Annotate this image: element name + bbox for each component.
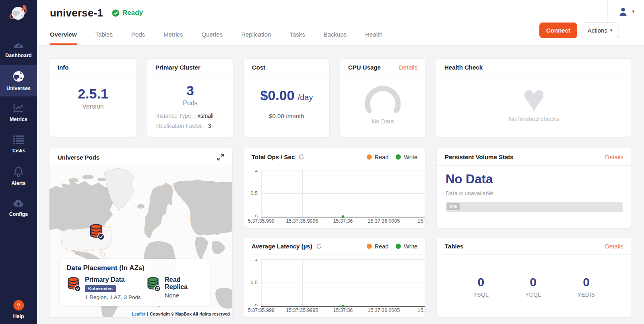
planet-rocket-logo-icon	[7, 3, 30, 23]
gauge-arc-icon	[361, 85, 405, 114]
x-tick-label: 15:37:36.0005	[368, 308, 400, 313]
heart-icon: ♥	[522, 82, 545, 115]
gridline-horizontal	[261, 170, 425, 170]
metrics-chart-icon	[13, 103, 24, 113]
cpu-usage-card: CPU Usage Details No Data	[340, 58, 426, 137]
svg-text:?: ?	[17, 302, 20, 309]
x-tick-label: 15:37:	[418, 308, 426, 313]
y-tick-label: 0.5	[251, 191, 258, 196]
tables-card: Tables Details 0 YSQL 0 YCQL 0 YEDIS	[436, 237, 632, 318]
primary-cluster-map-marker[interactable]	[89, 224, 105, 240]
tab-replication[interactable]: Replication	[241, 26, 271, 45]
read-replica-value: None	[165, 292, 203, 299]
tab-health[interactable]: Health	[365, 26, 382, 45]
chart-body: 10.50 5:37:35.99915:37:35.999515:37:3615…	[244, 256, 425, 317]
expand-icon[interactable]	[217, 154, 224, 161]
legend-dot	[367, 244, 372, 249]
tab-metrics[interactable]: Metrics	[163, 26, 183, 45]
y-tick-label: 1	[255, 170, 258, 173]
legend-label: Read	[375, 154, 389, 160]
cpu-details-link[interactable]: Details	[399, 64, 417, 71]
topbar: universe-1 Ready ▾ Overview Tables	[37, 0, 644, 46]
stat-label: YCQL	[525, 291, 541, 298]
info-card: Info 2.5.1 Version	[49, 58, 137, 137]
legend-dot	[396, 244, 401, 249]
read-replica-label: Read Replica	[165, 276, 188, 290]
sidebar-item-label: Universes	[6, 86, 31, 91]
sidebar-item-label: Tasks	[12, 148, 26, 154]
legend-item-read[interactable]: Read	[367, 243, 389, 250]
app-logo[interactable]	[0, 0, 37, 26]
user-avatar-icon	[618, 7, 628, 16]
tab-overview[interactable]: Overview	[50, 26, 77, 45]
chart-xaxis: 5:37:35.99915:37:35.999515:37:3615:37:36…	[261, 308, 425, 316]
chevron-down-icon: ▾	[610, 28, 613, 33]
data-placement-title: Data Placement (In AZs)	[66, 264, 203, 272]
chart-title: Total Ops / Sec	[252, 154, 295, 160]
card-title: CPU Usage	[348, 64, 381, 71]
gridline-horizontal	[261, 259, 425, 260]
status-badge: Ready	[112, 9, 143, 17]
refresh-icon[interactable]	[298, 154, 304, 160]
sidebar-item-help[interactable]: ? Help	[0, 300, 37, 319]
chevron-down-icon: ▾	[632, 9, 634, 14]
card-title: Cost	[252, 64, 265, 71]
tables-details-link[interactable]: Details	[605, 243, 623, 250]
tab-tasks[interactable]: Tasks	[289, 26, 305, 45]
gridline-horizontal	[261, 193, 425, 194]
tab-backups[interactable]: Backups	[324, 26, 347, 45]
pvs-details-link[interactable]: Details	[605, 154, 623, 160]
legend-label: Read	[375, 243, 389, 250]
summary-cards-row: Info 2.5.1 Version Primary Cluster 3 Pod…	[49, 58, 632, 137]
legend-item-read[interactable]: Read	[367, 154, 389, 160]
user-menu[interactable]: ▾	[607, 0, 644, 23]
sidebar-item-metrics[interactable]: Metrics	[0, 96, 37, 128]
actions-button[interactable]: Actions ▾	[581, 23, 619, 38]
sidebar-item-dashboard[interactable]: Dashboard	[0, 33, 37, 65]
legend-item-write[interactable]: Write	[396, 154, 417, 160]
y-tick-label: 1	[255, 259, 258, 262]
replica-database-icon	[146, 276, 161, 300]
pvs-progress-bar: 0%	[446, 202, 623, 212]
stat-value: 0	[478, 275, 485, 289]
legend-item-write[interactable]: Write	[396, 243, 417, 250]
refresh-icon[interactable]	[316, 243, 322, 249]
primary-database-icon	[66, 276, 81, 300]
data-point-write	[342, 305, 345, 308]
legend-dot	[396, 154, 401, 160]
chart-yaxis: 10.50	[244, 170, 259, 217]
pvs-caption: Data is unavailable	[446, 190, 623, 197]
sidebar-item-universes[interactable]: Universes	[0, 65, 37, 96]
tab-tables[interactable]: Tables	[95, 26, 113, 45]
tab-pods[interactable]: Pods	[131, 26, 145, 45]
x-tick-label: 15:37:36	[333, 308, 353, 313]
universes-globe-icon	[12, 70, 25, 82]
configs-cloud-icon	[12, 199, 25, 208]
topbar-tabs-row: Overview Tables Pods Metrics Queries Rep…	[37, 26, 644, 45]
y-tick-label: 0	[255, 303, 258, 306]
chart-title: Average Latency (µs)	[252, 243, 312, 250]
sidebar-item-alerts[interactable]: Alerts	[0, 160, 37, 192]
help-question-icon: ?	[13, 300, 24, 311]
instance-type-row: Instance Type: xsmall	[156, 113, 224, 119]
x-tick-label: 15:37:36.0005	[368, 218, 400, 224]
kubernetes-badge: Kubernetes	[85, 285, 116, 292]
health-empty-label: No finished checks	[509, 115, 559, 122]
connect-button[interactable]: Connect	[539, 23, 577, 38]
leaflet-link[interactable]: Leaflet	[132, 312, 145, 316]
tab-queries[interactable]: Queries	[202, 26, 223, 45]
card-title: Primary Cluster	[155, 64, 200, 71]
world-map[interactable]: Data Placement (In AZs)	[50, 166, 232, 317]
y-tick-label: 0.5	[251, 280, 258, 285]
sidebar-item-tasks[interactable]: Tasks	[0, 128, 37, 160]
pvs-progress-label: 0%	[447, 203, 460, 210]
tasks-list-icon	[13, 135, 24, 145]
x-tick-label: 5:37:35.999	[248, 308, 275, 313]
y-tick-label: 0	[255, 214, 258, 217]
check-circle-icon	[112, 9, 120, 17]
primary-cluster-card: Primary Cluster 3 Pods Instance Type: xs…	[147, 58, 233, 137]
ysql-stat: 0 YSQL	[473, 275, 489, 298]
sidebar-item-label: Dashboard	[5, 53, 31, 58]
row-value: xsmall	[198, 113, 214, 119]
sidebar-item-configs[interactable]: Configs	[0, 192, 37, 224]
